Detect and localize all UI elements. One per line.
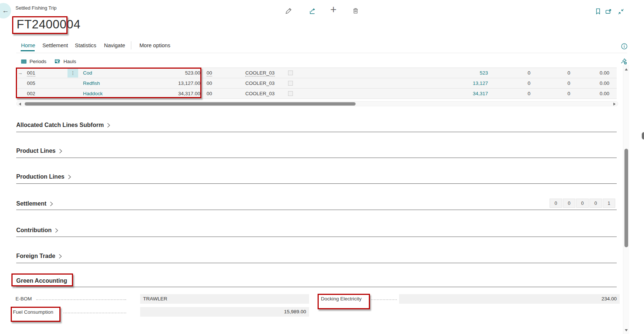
zero-cell-1[interactable]: 0 — [501, 89, 530, 99]
line-no-cell[interactable]: 002 — [27, 89, 35, 99]
section-allocated-catch-lines-subform[interactable]: Allocated Catch Lines Subform — [16, 122, 110, 128]
chevron-right-icon — [50, 202, 53, 206]
counter-tile[interactable]: 0 — [576, 199, 589, 208]
periods-label: Periods — [30, 59, 46, 64]
section-divider — [16, 183, 617, 184]
hauls-label: Hauls — [63, 59, 76, 64]
row-checkbox[interactable] — [288, 70, 293, 75]
new-plus-icon[interactable]: + — [329, 5, 338, 14]
counter-tile[interactable]: 0 — [563, 199, 575, 208]
horizontal-scrollbar-thumb[interactable] — [25, 102, 356, 106]
fuel-consumption-label: Fuel Consumption — [13, 309, 53, 315]
scroll-left-arrow[interactable] — [19, 103, 21, 106]
row-checkbox[interactable] — [288, 91, 293, 96]
amount-cell[interactable]: 523.00 — [139, 68, 200, 78]
section-label: Contribution — [16, 227, 52, 234]
section-foreign-trade[interactable]: Foreign Trade — [16, 253, 62, 259]
open-in-new-window-icon[interactable] — [604, 7, 613, 16]
counter-tile[interactable]: 0 — [550, 199, 562, 208]
unpin-pane-icon[interactable] — [619, 57, 628, 66]
ebom-label: E-BOM — [15, 296, 32, 302]
vertical-scrollbar[interactable] — [623, 65, 629, 334]
tab-statistics[interactable]: Statistics — [75, 42, 96, 48]
zero-cell-2[interactable]: 0 — [541, 68, 570, 78]
counter-tile[interactable]: 0 — [589, 199, 602, 208]
cooler-cell[interactable]: COOLER_03 — [245, 78, 275, 88]
row-options-ellipsis-icon[interactable]: ⋮ — [67, 68, 78, 78]
info-icon[interactable] — [620, 42, 629, 51]
code-cell[interactable]: 00 — [207, 78, 212, 88]
counter-tile[interactable]: 1 — [603, 199, 615, 208]
section-divider — [16, 210, 617, 210]
decimal-cell[interactable]: 0.00 — [580, 89, 609, 99]
bookmark-icon[interactable] — [593, 7, 602, 16]
back-button[interactable]: ← — [0, 3, 11, 18]
section-divider — [16, 263, 617, 263]
share-icon[interactable] — [308, 6, 317, 15]
decimal-cell[interactable]: 0.00 — [580, 78, 609, 88]
section-divider — [16, 132, 617, 132]
quantity-link-cell[interactable]: 34,317 — [440, 89, 488, 99]
tab-navigate[interactable]: Navigate — [104, 42, 125, 48]
delete-trash-icon[interactable] — [351, 6, 360, 15]
ebom-field[interactable]: TRAWLER — [140, 294, 309, 304]
quantity-link-cell[interactable]: 523 — [440, 68, 488, 78]
chevron-right-icon — [68, 175, 71, 179]
section-divider — [16, 237, 617, 237]
section-label: Allocated Catch Lines Subform — [16, 122, 104, 128]
collapse-arrows-icon[interactable] — [616, 7, 625, 16]
code-cell[interactable]: 00 — [207, 89, 212, 99]
scroll-up-arrow[interactable] — [625, 68, 628, 70]
section-divider — [16, 158, 617, 158]
vertical-scrollbar-thumb[interactable] — [624, 149, 628, 247]
section-product-lines[interactable]: Product Lines — [16, 148, 62, 154]
cooler-cell[interactable]: COOLER_03 — [245, 68, 275, 78]
zero-cell-2[interactable]: 0 — [541, 89, 570, 99]
catch-line-row[interactable]: 002 Haddock 34,317.00 00 COOLER_03 34,31… — [17, 89, 617, 99]
fuel-consumption-field[interactable]: 15,989.00 — [140, 307, 309, 317]
current-row-pointer-icon: → — [18, 68, 24, 78]
tab-divider — [131, 41, 131, 49]
periods-calendar-icon — [21, 58, 27, 65]
periods-button[interactable]: Periods — [21, 57, 46, 65]
chevron-right-icon — [55, 228, 58, 233]
zero-cell-1[interactable]: 0 — [501, 68, 530, 78]
code-cell[interactable]: 00 — [207, 68, 212, 78]
line-no-cell[interactable]: 001 — [27, 68, 35, 78]
catch-line-row[interactable]: 005 Redfish 13,127.00 00 COOLER_03 13,12… — [17, 78, 617, 89]
species-link[interactable]: Haddock — [83, 89, 103, 99]
dotted-leader — [36, 299, 126, 300]
species-link[interactable]: Redfish — [83, 78, 100, 88]
species-link[interactable]: Cod — [83, 68, 92, 78]
zero-cell-1[interactable]: 0 — [501, 78, 530, 88]
section-contribution[interactable]: Contribution — [16, 227, 58, 234]
tabbar-border — [16, 53, 627, 53]
edit-pencil-icon[interactable] — [284, 6, 293, 15]
cooler-cell[interactable]: COOLER_03 — [245, 89, 275, 99]
scroll-right-arrow[interactable] — [613, 103, 616, 106]
tab-home[interactable]: Home — [21, 42, 35, 48]
section-label: Green Accounting — [16, 278, 67, 284]
tab-settlement[interactable]: Settlement — [42, 42, 68, 48]
docking-electricity-field[interactable]: 234.00 — [399, 294, 620, 304]
section-label: Foreign Trade — [16, 253, 55, 259]
row-checkbox[interactable] — [288, 81, 293, 86]
decimal-cell[interactable]: 0.00 — [580, 68, 609, 78]
section-label: Product Lines — [16, 148, 56, 154]
amount-cell[interactable]: 34,317.00 — [139, 89, 200, 99]
tab-more-options[interactable]: More options — [139, 42, 170, 48]
catch-line-row[interactable]: → 001 ⋮ Cod 523.00 00 COOLER_03 523 0 0 … — [17, 68, 617, 78]
section-production-lines[interactable]: Production Lines — [16, 173, 71, 180]
zero-cell-2[interactable]: 0 — [541, 78, 570, 88]
hauls-button[interactable]: Hauls — [55, 57, 76, 65]
section-green-accounting[interactable]: Green Accounting — [16, 278, 67, 284]
section-settlement[interactable]: Settlement — [16, 200, 53, 207]
record-title: FT2400004 — [17, 17, 80, 31]
hauls-journal-icon — [55, 58, 61, 65]
scroll-down-arrow[interactable] — [625, 329, 628, 331]
horizontal-scrollbar[interactable] — [16, 101, 618, 106]
chevron-right-icon — [107, 123, 110, 128]
quantity-link-cell[interactable]: 13,127 — [440, 78, 488, 88]
amount-cell[interactable]: 13,127.00 — [139, 78, 200, 88]
line-no-cell[interactable]: 005 — [27, 78, 35, 88]
